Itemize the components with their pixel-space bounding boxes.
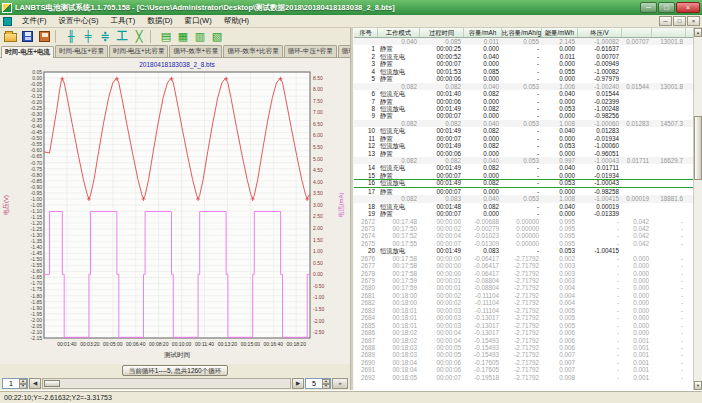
cycle-scrollbar-thumb[interactable]	[44, 380, 60, 387]
grid-column-header-1[interactable]: 工作模式	[378, 28, 420, 37]
prev-page-button[interactable]: ◀	[29, 378, 41, 389]
grid-column-header-2[interactable]: 过程时间	[420, 28, 464, 37]
start-cycle-value[interactable]: 1	[3, 379, 19, 388]
grid-column-header-0[interactable]: 序号	[354, 28, 378, 37]
channel-compare-button[interactable]: ╪	[80, 29, 96, 44]
end-cycle-value[interactable]: 5	[306, 379, 322, 388]
menu-item-1[interactable]: 设置中心(S)	[53, 15, 105, 27]
grid-column-header-4[interactable]: 比容量/mAh/g	[502, 28, 542, 37]
record-row[interactable]: 268800:18:0300:00:05-0.15493-2.717920.00…	[354, 344, 693, 351]
minimize-button[interactable]: ─	[640, 2, 657, 13]
export-data-button[interactable]	[36, 29, 52, 44]
process-row[interactable]: 6恒流充电00:01:400.082-0.0400.01544	[354, 90, 693, 97]
record-row[interactable]: 268600:18:0200:00:04-0.13017-2.717920.00…	[354, 329, 693, 336]
cycle-summary-row[interactable]: 0.0820.0820.0400.0531.006-1.002400.01544…	[354, 83, 693, 90]
record-row[interactable]: 267300:17:5000:00:02-0.002790.000000.095…	[354, 225, 693, 232]
mdi-close-button[interactable]: ×	[687, 16, 700, 26]
process-row[interactable]: 4恒流放电00:01:530.085-0.055-1.00082	[354, 68, 693, 75]
mdi-restore-button[interactable]: □	[673, 16, 686, 26]
chart-svg[interactable]: 0.050.00-0.05-0.10-0.15-0.20-0.25-0.30-0…	[0, 58, 350, 364]
process-row[interactable]: 12恒流放电00:01:490.082-0.053-1.00060	[354, 142, 693, 149]
tab-cycle-efficiency-capacity[interactable]: 循环-效率+容量	[169, 45, 222, 57]
record-row[interactable]: 268400:18:0100:00:03-0.13017-2.717920.00…	[354, 314, 693, 321]
report-view-button[interactable]: ▧	[209, 29, 225, 44]
start-cycle-spinner[interactable]: 1 ▲▼	[2, 378, 28, 389]
process-row[interactable]: 10恒流充电00:01:490.082-0.0400.01283	[354, 127, 693, 134]
end-cycle-spinner[interactable]: 5 ▲▼	[305, 378, 331, 389]
process-row[interactable]: 2恒流充电00:00:520.040-0.0110.00707	[354, 53, 693, 60]
grid-column-header-7[interactable]	[622, 28, 652, 37]
cycle-summary-row[interactable]: 0.0820.0830.0400.0531.008-1.004150.00019…	[354, 195, 693, 202]
process-row[interactable]: 11静置00:00:070.000-0.000-0.01934	[354, 135, 693, 142]
cycle-summary-row[interactable]: 0.0820.0820.0400.0531.008-1.000600.01283…	[354, 120, 693, 127]
process-row[interactable]: 3静置00:00:070.000-0.000-0.00949	[354, 60, 693, 67]
grid-column-header-3[interactable]: 容量/mAh	[464, 28, 502, 37]
title-bar[interactable]: LANBTS电池测试系统1.1.705.158 - [C:\Users\Admi…	[0, 0, 702, 15]
maximize-button[interactable]: □	[658, 2, 675, 13]
record-row[interactable]: 267400:17:5200:00:04-0.010230.000000.095…	[354, 232, 693, 239]
open-file-button[interactable]	[2, 29, 18, 44]
process-row[interactable]: 1静置00:00:250.000-0.000-0.61637	[354, 45, 693, 52]
mdi-minimize-button[interactable]: ─	[659, 16, 672, 26]
process-row[interactable]: 14恒流充电00:01:490.082-0.0400.01711	[354, 164, 693, 171]
process-row[interactable]: 17静置00:00:070.000-0.000-0.98258	[354, 188, 693, 195]
detail-view-button[interactable]: ▦	[175, 29, 191, 44]
close-button[interactable]: ×	[676, 2, 700, 13]
record-row[interactable]: 268500:18:0100:00:03-0.13017-2.717920.00…	[354, 322, 693, 329]
tab-time-voltage-current[interactable]: 时间-电压+电流	[1, 46, 54, 58]
tab-cycle-median-voltage-capacity[interactable]: 循环-中压+容量	[284, 45, 337, 57]
record-row[interactable]: 268900:18:0300:00:05-0.15493-2.717920.00…	[354, 351, 693, 358]
grid-scrollbar[interactable]: ▲ ▼	[693, 28, 702, 390]
record-row[interactable]: 267600:17:5800:00:00-0.06417-2.717920.00…	[354, 255, 693, 262]
cycle-scrollbar[interactable]	[42, 378, 291, 389]
spin-down-icon[interactable]: ▼	[19, 384, 27, 389]
tab-time-voltage-specific-capacity[interactable]: 时间-电压+比容量	[109, 45, 168, 57]
grid-column-header-5[interactable]: 能量/mWh	[542, 28, 578, 37]
record-row[interactable]: 268300:18:0100:00:03-0.11104-2.717920.00…	[354, 307, 693, 314]
process-row[interactable]: 19静置00:00:070.000-0.000-0.01339	[354, 210, 693, 217]
process-row[interactable]: 5静置00:00:060.000-0.000-0.97979	[354, 75, 693, 82]
process-row[interactable]: 8恒流放电00:01:490.082-0.053-1.00248	[354, 105, 693, 112]
record-row[interactable]: 267800:17:5800:00:00-0.06417-2.717920.00…	[354, 270, 693, 277]
record-row[interactable]: 268100:18:0000:00:02-0.11104-2.717920.00…	[354, 292, 693, 299]
grid-column-header-8[interactable]	[652, 28, 686, 37]
process-row[interactable]: 15静置00:00:070.000-0.000-0.01934	[354, 172, 693, 179]
menu-item-0[interactable]: 文件(F)	[16, 15, 53, 27]
scroll-up-icon[interactable]: ▲	[694, 28, 702, 37]
close-view-button[interactable]: ╳	[131, 29, 147, 44]
cycle-summary-row[interactable]: 0.0400.0850.0110.0552.145-1.000820.00707…	[354, 38, 693, 45]
tab-time-voltage-capacity[interactable]: 时间-电压+容量	[55, 45, 108, 57]
selected-process-row[interactable]: 16恒流放电00:01:490.082-0.053-1.00043	[354, 179, 693, 187]
cycle-range-button[interactable]: 当前循环1----5, 总共1260个循环	[122, 365, 228, 376]
summary-view-button[interactable]: ▥	[192, 29, 208, 44]
list-view-button[interactable]: ▤	[158, 29, 174, 44]
menu-item-2[interactable]: 工具(T)	[105, 15, 142, 27]
jump-button[interactable]: »	[332, 378, 348, 389]
spin-down-icon[interactable]: ▼	[322, 384, 330, 389]
data-align-button[interactable]: ≑	[97, 29, 113, 44]
process-row[interactable]: 9静置00:00:070.000-0.000-0.98256	[354, 112, 693, 119]
record-row[interactable]: 269200:18:0500:00:07-0.19518-2.717920.00…	[354, 374, 693, 381]
record-row[interactable]: 267200:17:4800:00:00-0.006880.000000.095…	[354, 218, 693, 225]
grid-scrollbar-thumb[interactable]	[694, 116, 702, 180]
tab-cycle-efficiency-specific-capacity[interactable]: 循环-效率+比容量	[223, 45, 282, 57]
process-row[interactable]: 20恒流放电00:01:490.083-0.053-1.00415	[354, 247, 693, 254]
save-button[interactable]	[19, 29, 35, 44]
tools-button[interactable]: 工	[114, 29, 130, 44]
record-row[interactable]: 268700:18:0200:00:04-0.15493-2.717920.00…	[354, 337, 693, 344]
process-row[interactable]: 13静置00:00:060.000-0.000-0.96051	[354, 150, 693, 157]
record-row[interactable]: 269100:18:0400:00:06-0.17605-2.717920.00…	[354, 366, 693, 373]
record-row[interactable]: 267700:17:5800:00:00-0.06417-2.717920.00…	[354, 262, 693, 269]
process-row[interactable]: 18恒流充电00:01:480.082-0.0400.00019	[354, 203, 693, 210]
record-row[interactable]: 267500:17:5500:00:07-0.013090.000000.095…	[354, 240, 693, 247]
record-row[interactable]: 267900:17:5900:00:01-0.08804-2.717920.00…	[354, 277, 693, 284]
scroll-down-icon[interactable]: ▼	[694, 381, 702, 390]
record-row[interactable]: 269000:18:0400:00:06-0.17605-2.717920.00…	[354, 359, 693, 366]
next-page-button[interactable]: ▶	[292, 378, 304, 389]
record-row[interactable]: 268200:18:0000:00:02-0.11104-2.717920.00…	[354, 299, 693, 306]
menu-item-4[interactable]: 窗口(W)	[179, 15, 218, 27]
menu-item-3[interactable]: 数据(D)	[141, 15, 178, 27]
channel-layout-button[interactable]: ╫	[63, 29, 79, 44]
grid-column-header-6[interactable]: 终压/V	[578, 28, 622, 37]
record-row[interactable]: 268000:17:5900:00:01-0.08804-2.717920.00…	[354, 284, 693, 291]
